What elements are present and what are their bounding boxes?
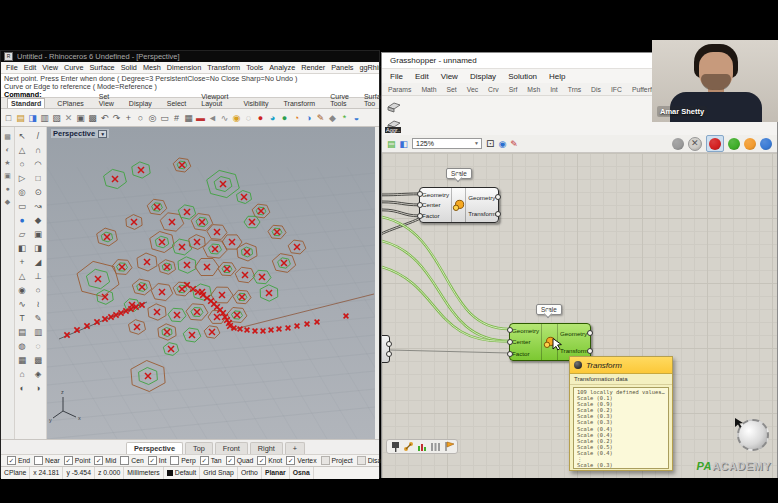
toolbar-tab-visibility[interactable]: Visibility: [240, 99, 271, 108]
toolbar-tab-transform[interactable]: Transform: [281, 99, 319, 108]
rhino-sidebar-tool-icon[interactable]: ✎: [32, 312, 45, 325]
rhino-sidebar-tool-icon[interactable]: ▩: [32, 354, 45, 367]
rhino-sidebar-tool-icon[interactable]: △: [16, 144, 29, 157]
gh-component-scale[interactable]: GeometryCenterFactorGeometryTransform: [419, 187, 499, 223]
osnap-near[interactable]: Near: [34, 456, 60, 465]
pin-widget-icon[interactable]: [390, 441, 400, 452]
input-port-label[interactable]: Factor: [422, 212, 449, 219]
gh-tab-trns[interactable]: Trns: [568, 86, 581, 93]
rhino-sidebar-tool-icon[interactable]: ↝: [32, 200, 45, 213]
rhino-tool-icon[interactable]: ∿: [219, 112, 230, 124]
status-cell-gridsnap[interactable]: Grid Snap: [200, 467, 238, 479]
rhino-tool-icon[interactable]: ✎: [315, 112, 326, 124]
rhino-sidebar-tool-icon[interactable]: ↖: [16, 130, 29, 143]
rhino-tool-icon[interactable]: ◨: [27, 112, 38, 124]
zoom-level-select[interactable]: 125% ▼: [412, 138, 482, 149]
input-port-label[interactable]: Center: [512, 338, 539, 345]
rhino-tool-icon[interactable]: +: [123, 112, 134, 124]
rhino-tool-icon[interactable]: ◒: [351, 112, 362, 124]
toolbar-tab-standard[interactable]: Standard: [7, 98, 45, 108]
rhino-tool-icon[interactable]: ●: [255, 112, 266, 124]
osnap-checkbox[interactable]: ✓: [7, 456, 16, 465]
viewport-tab-front[interactable]: Front: [215, 442, 248, 454]
rhino-tool-icon[interactable]: □: [3, 112, 14, 124]
rhino-tool-icon[interactable]: ✕: [63, 112, 74, 124]
osnap-vertex[interactable]: ✓Vertex: [286, 456, 316, 465]
gh-tab-vec[interactable]: Vec: [467, 86, 478, 93]
rhino-menu-surface[interactable]: Surface: [90, 63, 115, 72]
rhino-tool-icon[interactable]: #: [171, 112, 182, 124]
offscreen-component-stub[interactable]: [382, 335, 390, 363]
flag-widget-icon[interactable]: [444, 441, 454, 452]
rhino-menu-tools[interactable]: Tools: [246, 63, 263, 72]
osnap-end[interactable]: ✓End: [7, 456, 30, 465]
rhino-sidebar-tool-icon[interactable]: ○: [32, 284, 45, 297]
rhino-sidebar-tool-icon[interactable]: +: [16, 256, 29, 269]
rhino-sidebar-tool-icon[interactable]: △: [16, 270, 29, 283]
osnap-point[interactable]: ✓Point: [64, 456, 91, 465]
output-port-grip[interactable]: [495, 211, 501, 217]
osnap-int[interactable]: ✓Int: [148, 456, 167, 465]
output-port-label[interactable]: Geometry: [468, 194, 496, 201]
gh-menu-display[interactable]: Display: [470, 72, 496, 81]
input-port-grip[interactable]: [417, 202, 423, 208]
status-cell-millimeters[interactable]: Millimeters: [124, 467, 163, 479]
gh-menu-file[interactable]: File: [390, 72, 403, 81]
rhino-menu-render[interactable]: Render: [301, 63, 325, 72]
input-port-grip[interactable]: [507, 339, 513, 345]
rhino-sidebar-tool-icon[interactable]: ◈: [32, 368, 45, 381]
rhino-menu-panels[interactable]: Panels: [331, 63, 353, 72]
status-cell-default[interactable]: Default: [164, 467, 201, 479]
viewport-tab-right[interactable]: Right: [250, 442, 283, 454]
rhino-tool-icon[interactable]: ↶: [99, 112, 110, 124]
rhino-sidebar-tool-icon[interactable]: ▦: [16, 354, 29, 367]
rhino-tool-icon[interactable]: ○: [135, 112, 146, 124]
osnap-checkbox[interactable]: ✓: [64, 456, 73, 465]
gh-tab-ifc[interactable]: IFC: [611, 86, 622, 93]
rhino-sidebar-tool-icon[interactable]: ○: [16, 158, 29, 171]
preview-shaded-icon[interactable]: [709, 138, 721, 150]
rhino-sidebar-tool-icon[interactable]: ◠: [32, 158, 45, 171]
rhino-sidebar-tool-icon[interactable]: ⌂: [16, 368, 29, 381]
stub-port-grip[interactable]: [386, 351, 392, 357]
rhino-sidebar-tool-icon[interactable]: ∿: [16, 298, 29, 311]
rhino-sidebar-tool-icon[interactable]: ▱: [16, 228, 29, 241]
rhino-menu-view[interactable]: View: [42, 63, 58, 72]
osnap-checkbox[interactable]: ✓: [94, 456, 103, 465]
gh-tab-int[interactable]: Int: [550, 86, 558, 93]
viewport-title-tab[interactable]: Perspective ▼: [51, 129, 109, 138]
gh-tab-msh[interactable]: Msh: [527, 86, 540, 93]
rhino-tool-icon[interactable]: ◆: [327, 112, 338, 124]
osnap-tan[interactable]: ✓Tan: [200, 456, 222, 465]
rhino-sidebar-tool-icon[interactable]: ◢: [32, 256, 45, 269]
rhino-tool-icon[interactable]: ◑: [303, 112, 314, 124]
rhino-sidebar-tool-icon[interactable]: ◆: [32, 214, 45, 227]
osnap-cen[interactable]: Cen: [120, 456, 143, 465]
gh-tab-math[interactable]: Math: [421, 86, 436, 93]
output-port-grip[interactable]: [587, 330, 593, 336]
status-cell-ortho[interactable]: Ortho: [238, 467, 262, 479]
input-port-label[interactable]: Center: [422, 201, 449, 208]
osnap-knot[interactable]: ✓Knot: [257, 456, 282, 465]
input-port-label[interactable]: Factor: [512, 350, 539, 357]
rhino-sidebar-tool-icon[interactable]: ▥: [32, 326, 45, 339]
rhino-tool-icon[interactable]: ◄: [207, 112, 218, 124]
rhino-tool-icon[interactable]: ◎: [147, 112, 158, 124]
rhino-sidebar-tool-icon[interactable]: /: [32, 130, 45, 143]
status-cell-y[interactable]: y -5.454: [63, 467, 95, 479]
input-port-label[interactable]: Geometry: [422, 191, 449, 198]
toolbar-tab-display[interactable]: Display: [126, 99, 155, 108]
toolbar-tab-curve-tools[interactable]: Curve Tools: [327, 92, 352, 108]
rhino-sidebar-tool-icon[interactable]: ⊥: [32, 270, 45, 283]
status-cell-z[interactable]: z 0.000: [95, 467, 124, 479]
rhino-menu-mesh[interactable]: Mesh: [143, 63, 161, 72]
input-port-grip[interactable]: [507, 327, 513, 333]
viewport-tab-top[interactable]: Top: [185, 442, 213, 454]
output-port-label[interactable]: Transform: [560, 347, 588, 354]
rhino-sidebar-tool-icon[interactable]: T: [16, 312, 29, 325]
rhino-sidebar-tool-icon[interactable]: ∩: [32, 144, 45, 157]
osnap-project[interactable]: Project: [321, 456, 353, 465]
rhino-menu-curve[interactable]: Curve: [64, 63, 83, 72]
osnap-checkbox[interactable]: ✓: [148, 456, 157, 465]
osnap-checkbox[interactable]: ✓: [200, 456, 209, 465]
